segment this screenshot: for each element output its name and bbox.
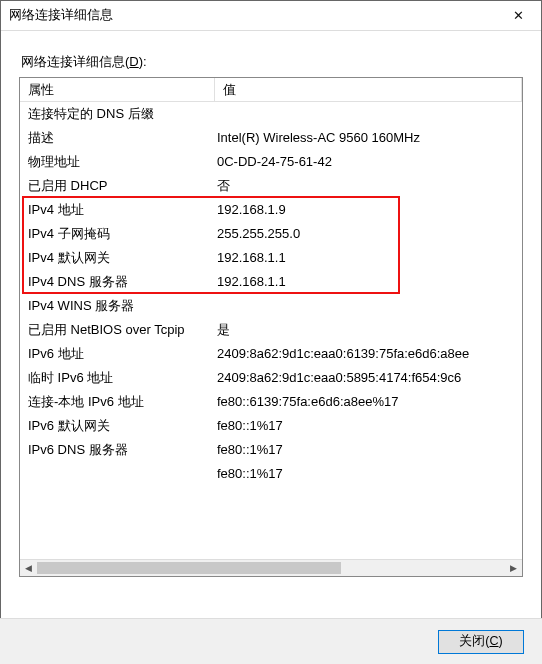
cell-value — [215, 102, 522, 126]
close-button-suffix: ) — [499, 634, 503, 648]
scroll-right-button[interactable]: ▶ — [505, 560, 522, 576]
scroll-thumb[interactable] — [37, 562, 341, 574]
table-row[interactable]: IPv6 地址2409:8a62:9d1c:eaa0:6139:75fa:e6d… — [20, 342, 522, 366]
cell-value — [215, 294, 522, 318]
table-row[interactable]: 连接-本地 IPv6 地址fe80::6139:75fa:e6d6:a8ee%1… — [20, 390, 522, 414]
close-button-prefix: 关闭( — [459, 634, 489, 648]
table-row[interactable]: IPv4 子网掩码255.255.255.0 — [20, 222, 522, 246]
table-row[interactable]: IPv4 DNS 服务器192.168.1.1 — [20, 270, 522, 294]
cell-value: 2409:8a62:9d1c:eaa0:5895:4174:f654:9c6 — [215, 366, 522, 390]
cell-property: 已启用 NetBIOS over Tcpip — [20, 318, 215, 342]
table-row[interactable]: 连接特定的 DNS 后缀 — [20, 102, 522, 126]
cell-property: IPv6 DNS 服务器 — [20, 438, 215, 462]
column-header-property[interactable]: 属性 — [20, 78, 215, 101]
cell-property: 连接-本地 IPv6 地址 — [20, 390, 215, 414]
scroll-left-button[interactable]: ◀ — [20, 560, 37, 576]
window-title: 网络连接详细信息 — [9, 7, 496, 24]
cell-property — [20, 462, 215, 486]
cell-property: IPv6 地址 — [20, 342, 215, 366]
cell-value: 是 — [215, 318, 522, 342]
window-close-button[interactable]: ✕ — [496, 2, 541, 30]
table-body: 连接特定的 DNS 后缀描述Intel(R) Wireless-AC 9560 … — [20, 102, 522, 558]
dialog-footer: 关闭(C) — [0, 618, 542, 664]
cell-value: 192.168.1.1 — [215, 246, 522, 270]
scroll-track[interactable] — [37, 560, 505, 576]
table-row[interactable]: IPv4 地址192.168.1.9 — [20, 198, 522, 222]
cell-property: 连接特定的 DNS 后缀 — [20, 102, 215, 126]
table-row[interactable]: 临时 IPv6 地址2409:8a62:9d1c:eaa0:5895:4174:… — [20, 366, 522, 390]
chevron-left-icon: ◀ — [25, 563, 32, 573]
cell-property: IPv4 DNS 服务器 — [20, 270, 215, 294]
close-button[interactable]: 关闭(C) — [438, 630, 524, 654]
cell-property: IPv4 默认网关 — [20, 246, 215, 270]
details-label: 网络连接详细信息(D): — [21, 53, 523, 71]
details-table[interactable]: 属性 值 连接特定的 DNS 后缀描述Intel(R) Wireless-AC … — [19, 77, 523, 577]
details-label-prefix: 网络连接详细信息( — [21, 54, 129, 69]
cell-value: 192.168.1.9 — [215, 198, 522, 222]
cell-value: fe80::1%17 — [215, 462, 522, 486]
cell-property: 临时 IPv6 地址 — [20, 366, 215, 390]
cell-property: IPv4 WINS 服务器 — [20, 294, 215, 318]
cell-property: IPv4 子网掩码 — [20, 222, 215, 246]
column-header-value[interactable]: 值 — [215, 78, 522, 101]
close-button-hotkey: C — [489, 634, 498, 648]
table-row[interactable]: 已启用 DHCP否 — [20, 174, 522, 198]
cell-property: 描述 — [20, 126, 215, 150]
table-row[interactable]: 描述Intel(R) Wireless-AC 9560 160MHz — [20, 126, 522, 150]
table-row[interactable]: IPv4 WINS 服务器 — [20, 294, 522, 318]
close-icon: ✕ — [513, 8, 524, 23]
cell-property: 已启用 DHCP — [20, 174, 215, 198]
cell-property: IPv4 地址 — [20, 198, 215, 222]
cell-value: fe80::6139:75fa:e6d6:a8ee%17 — [215, 390, 522, 414]
table-row[interactable]: IPv4 默认网关192.168.1.1 — [20, 246, 522, 270]
cell-property: IPv6 默认网关 — [20, 414, 215, 438]
cell-value: fe80::1%17 — [215, 414, 522, 438]
table-row[interactable]: fe80::1%17 — [20, 462, 522, 486]
table-row[interactable]: 已启用 NetBIOS over Tcpip是 — [20, 318, 522, 342]
dialog-content: 网络连接详细信息(D): 属性 值 连接特定的 DNS 后缀描述Intel(R)… — [1, 31, 541, 615]
horizontal-scrollbar[interactable]: ◀ ▶ — [20, 559, 522, 576]
table-header: 属性 值 — [20, 78, 522, 102]
table-row[interactable]: 物理地址0C-DD-24-75-61-42 — [20, 150, 522, 174]
cell-value: fe80::1%17 — [215, 438, 522, 462]
details-label-suffix: ): — [139, 54, 147, 69]
chevron-right-icon: ▶ — [510, 563, 517, 573]
cell-value: 192.168.1.1 — [215, 270, 522, 294]
table-row[interactable]: IPv6 DNS 服务器fe80::1%17 — [20, 438, 522, 462]
details-label-hotkey: D — [129, 54, 138, 69]
titlebar: 网络连接详细信息 ✕ — [1, 1, 541, 31]
cell-value: 否 — [215, 174, 522, 198]
table-row[interactable]: IPv6 默认网关fe80::1%17 — [20, 414, 522, 438]
cell-value: 255.255.255.0 — [215, 222, 522, 246]
cell-value: Intel(R) Wireless-AC 9560 160MHz — [215, 126, 522, 150]
cell-value: 0C-DD-24-75-61-42 — [215, 150, 522, 174]
cell-value: 2409:8a62:9d1c:eaa0:6139:75fa:e6d6:a8ee — [215, 342, 522, 366]
cell-property: 物理地址 — [20, 150, 215, 174]
